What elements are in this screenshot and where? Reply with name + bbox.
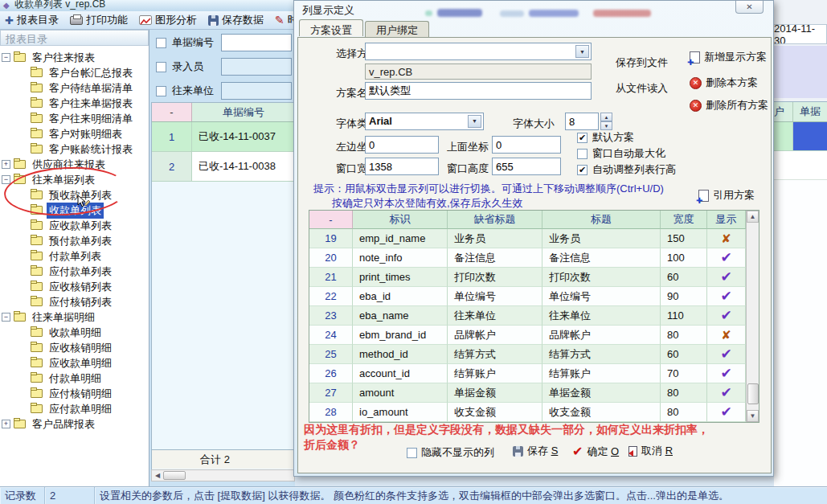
window-width-input[interactable] [365,158,439,175]
save-to-file-link[interactable]: 保存到文件 [616,55,668,70]
column-row[interactable]: 22eba_id单位编号单位编号90✔ [309,287,746,306]
expand-icon[interactable]: + [2,420,10,428]
tree-item[interactable]: 预付款单列表 [0,233,149,248]
tree-item-label[interactable]: 应付款单列表 [47,264,114,280]
column-row[interactable]: 19emp_id_name业务员业务员150✘ [309,229,746,248]
delete-scheme-button[interactable]: ✕ 删除本方案 [690,76,758,90]
grid-header-doc-no[interactable]: 单据编号 [192,103,295,121]
tree-item[interactable]: 应付款单列表 [0,264,149,279]
tree-item[interactable]: 客户对账明细表 [0,126,149,141]
tree-item-label[interactable]: 应收核销明细 [47,340,114,356]
collapse-icon[interactable]: − [2,53,10,62]
checkbox-checked-icon[interactable]: ✔ [577,165,587,175]
scrollbar-thumb[interactable] [163,471,186,480]
tree-item-label[interactable]: 收款单明细 [47,325,104,341]
window-height-input[interactable] [492,158,561,175]
grid-row[interactable]: 2 已收-14-11-0038 [152,152,295,182]
top-coord-input[interactable] [492,136,561,154]
visible-check-icon[interactable]: ✔ [707,268,746,287]
chevron-down-icon[interactable]: ▼ [575,45,589,58]
tree-item-label[interactable]: 应付款单明细 [47,401,114,417]
doc-no-checkbox[interactable] [156,38,166,48]
tree-item[interactable]: 应收核销明细 [0,340,149,355]
tree-item-label[interactable]: 往来单据明细 [30,309,97,326]
tree-item-label[interactable]: 应付核销明细 [47,386,114,402]
tree-item-label[interactable]: 应收款单列表 [47,218,114,234]
tree-item[interactable]: 客户账龄统计报表 [0,141,149,157]
scroll-left-icon[interactable]: ◀ [152,472,163,479]
tree-item-label[interactable]: 应收核销列表 [47,279,114,295]
tree-item-label[interactable]: 付款单明细 [47,371,104,387]
entry-clerk-input[interactable] [221,58,292,76]
hidden-x-icon[interactable]: ✘ [707,326,746,345]
font-size-input[interactable] [565,113,599,130]
tree-item[interactable]: +客户品牌报表 [0,416,149,432]
tree-item[interactable]: 应收款单列表 [0,218,149,233]
counterparty-input[interactable] [221,82,292,100]
tree-item-label[interactable]: 客户往来明细清单 [47,111,135,127]
tree-item[interactable]: 收款单明细 [0,325,149,340]
spin-up-icon[interactable]: ▲ [600,113,612,121]
checkbox-checked-icon[interactable]: ✔ [577,133,587,143]
column-row[interactable]: 20note_info备注信息备注信息100✔ [309,248,746,268]
tab-scheme-settings[interactable]: 方案设置 [299,19,363,36]
column-row[interactable]: 21print_times打印次数打印次数60✔ [309,268,746,287]
visible-check-icon[interactable]: ✔ [707,248,746,268]
visible-check-icon[interactable]: ✔ [707,287,746,306]
counterparty-checkbox[interactable] [156,86,166,96]
checkbox-box[interactable] [407,448,417,458]
visible-check-icon[interactable]: ✔ [707,364,746,383]
collapse-icon[interactable]: − [2,313,10,322]
scroll-down-icon[interactable]: ▼ [747,410,759,422]
horizontal-scrollbar[interactable]: ◀ [151,469,295,481]
column-row[interactable]: 27amount单据金额单据金额80✔ [309,383,746,403]
visible-check-icon[interactable]: ✔ [707,383,746,403]
hide-columns-checkbox[interactable]: 隐藏不显示的列 [407,445,494,460]
tree-item[interactable]: 付款单明细 [0,371,149,386]
cancel-button[interactable]: 取消 R [628,444,673,458]
quote-scheme-button[interactable]: 引用方案 [698,188,755,203]
close-icon[interactable]: ✕ [735,1,764,14]
tree-item-label[interactable]: 付款单列表 [47,248,104,264]
tree-item[interactable]: 应付核销列表 [0,294,149,309]
tree-item-label[interactable]: 应付核销列表 [47,294,114,310]
save-data-button[interactable]: 保存数据 [208,13,264,27]
date-field[interactable]: 2014-11-30 [774,24,827,44]
tree-item[interactable]: 付款单列表 [0,248,149,264]
tree-item[interactable]: 客户往来明细清单 [0,111,149,126]
tree-item-label[interactable]: 预付款单列表 [47,233,114,249]
option-checkbox[interactable]: ✔默认方案 [577,129,676,145]
font-size-stepper[interactable]: ▲▼ [600,113,612,130]
tab-user-binding[interactable]: 用户绑定 [365,21,429,38]
tree-item-label[interactable]: 客户对账明细表 [47,126,125,142]
tree-item[interactable]: 客户台帐汇总报表 [0,65,149,80]
tree-item-label[interactable]: 客户品牌报表 [30,416,97,432]
tree-item-label[interactable]: 客户待结单据清单 [47,80,135,96]
tree-item[interactable]: −往来单据明细 [0,309,149,325]
tree-item[interactable]: 应付款单明细 [0,401,149,416]
dialog-titlebar[interactable]: 列显示定义 ✕ [294,1,773,18]
tree-item-label[interactable]: 客户往来单据报表 [47,96,135,112]
tree-item[interactable]: 客户待结单据清单 [0,80,149,96]
scrollbar-thumb[interactable] [747,383,759,404]
doc-no-cell[interactable]: 已收-14-11-0038 [192,152,295,181]
tree-item-label[interactable]: 客户台帐汇总报表 [47,65,135,81]
vertical-scrollbar[interactable]: ▲ ▼ [746,211,759,422]
doc-no-cell[interactable]: 已收-14-11-0037 [192,122,295,151]
tree-item-label[interactable]: 应收款单明细 [47,355,114,371]
ok-button[interactable]: ✔ 确定 O [572,444,619,459]
doc-no-input[interactable] [221,34,292,51]
load-from-file-link[interactable]: 从文件读入 [616,81,668,96]
visible-check-icon[interactable]: ✔ [707,403,746,422]
column-row[interactable]: 23eba_name往来单位往来单位110✔ [309,306,746,326]
scroll-up-icon[interactable]: ▲ [747,211,759,223]
checkbox-box[interactable] [577,149,587,159]
visible-check-icon[interactable]: ✔ [707,345,746,364]
graph-analysis-button[interactable]: 图形分析 [139,13,197,27]
tree-item-label[interactable]: 客户往来报表 [30,50,97,66]
add-scheme-button[interactable]: 新增显示方案 [690,50,767,64]
tree-item[interactable]: 应收核销列表 [0,279,149,294]
visible-check-icon[interactable]: ✔ [707,306,746,326]
scheme-name-input[interactable] [365,82,592,100]
tree-item[interactable]: −客户往来报表 [0,50,149,65]
